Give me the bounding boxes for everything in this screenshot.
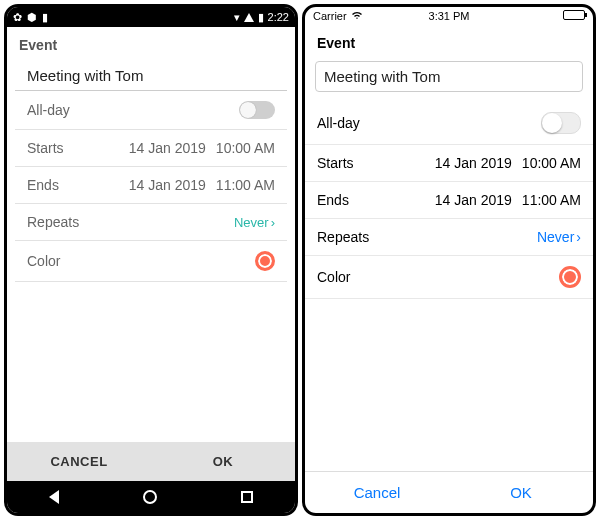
allday-label: All-day xyxy=(317,115,360,131)
gear-icon: ✿ xyxy=(13,11,22,24)
ends-time: 11:00 AM xyxy=(522,192,581,208)
event-title-input[interactable]: Meeting with Tom xyxy=(15,59,287,91)
home-icon[interactable] xyxy=(143,490,157,504)
battery-icon: ▮ xyxy=(258,11,264,24)
ends-time: 11:00 AM xyxy=(216,177,275,193)
status-time: 2:22 xyxy=(268,11,289,23)
ends-date: 14 Jan 2019 xyxy=(129,177,206,193)
android-phone: ✿ ⬢ ▮ ▾ ▮ 2:22 Event Meeting with Tom Al… xyxy=(4,4,298,516)
ends-row[interactable]: Ends 14 Jan 2019 11:00 AM xyxy=(15,167,287,204)
starts-row[interactable]: Starts 14 Jan 2019 10:00 AM xyxy=(305,145,593,182)
shield-icon: ⬢ xyxy=(27,11,37,24)
repeats-value-text: Never xyxy=(234,215,269,230)
status-right xyxy=(563,10,585,22)
allday-switch[interactable] xyxy=(239,101,275,119)
color-label: Color xyxy=(27,253,60,269)
back-icon[interactable] xyxy=(49,490,59,504)
status-right-icons: ▾ ▮ 2:22 xyxy=(234,11,289,24)
repeats-value-text: Never xyxy=(537,229,574,245)
starts-label: Starts xyxy=(27,140,64,156)
sim-icon: ▮ xyxy=(42,11,48,24)
color-swatch[interactable] xyxy=(559,266,581,288)
allday-row[interactable]: All-day xyxy=(305,102,593,145)
repeats-label: Repeats xyxy=(27,214,79,230)
ends-row[interactable]: Ends 14 Jan 2019 11:00 AM xyxy=(305,182,593,219)
starts-row[interactable]: Starts 14 Jan 2019 10:00 AM xyxy=(15,130,287,167)
cancel-button[interactable]: Cancel xyxy=(305,472,449,513)
signal-icon xyxy=(244,13,254,22)
chevron-right-icon: › xyxy=(271,215,275,230)
repeats-row[interactable]: Repeats Never › xyxy=(305,219,593,256)
ok-button[interactable]: OK xyxy=(151,442,295,481)
event-title-input[interactable]: Meeting with Tom xyxy=(315,61,583,92)
allday-label: All-day xyxy=(27,102,70,118)
carrier-label: Carrier xyxy=(313,10,347,22)
ends-label: Ends xyxy=(317,192,349,208)
ios-action-bar: Cancel OK xyxy=(305,471,593,513)
android-nav-bar xyxy=(7,481,295,513)
repeats-label: Repeats xyxy=(317,229,369,245)
android-content: Event Meeting with Tom All-day Starts 14… xyxy=(7,27,295,513)
color-row[interactable]: Color xyxy=(305,256,593,299)
wifi-icon xyxy=(351,10,363,22)
page-title: Event xyxy=(7,27,295,59)
ios-content: Event Meeting with Tom All-day Starts 14… xyxy=(305,25,593,513)
color-label: Color xyxy=(317,269,350,285)
recents-icon[interactable] xyxy=(241,491,253,503)
repeats-value: Never › xyxy=(234,215,275,230)
ios-phone: Carrier 3:31 PM Event Meeting with Tom A… xyxy=(302,4,596,516)
ios-status-bar: Carrier 3:31 PM xyxy=(305,7,593,25)
starts-label: Starts xyxy=(317,155,354,171)
repeats-value: Never › xyxy=(537,229,581,245)
android-status-bar: ✿ ⬢ ▮ ▾ ▮ 2:22 xyxy=(7,7,295,27)
starts-date: 14 Jan 2019 xyxy=(435,155,512,171)
starts-time: 10:00 AM xyxy=(216,140,275,156)
color-swatch[interactable] xyxy=(255,251,275,271)
status-left-icons: ✿ ⬢ ▮ xyxy=(13,11,48,24)
battery-icon xyxy=(563,10,585,20)
chevron-right-icon: › xyxy=(576,229,581,245)
cancel-button[interactable]: CANCEL xyxy=(7,442,151,481)
ok-button[interactable]: OK xyxy=(449,472,593,513)
color-row[interactable]: Color xyxy=(15,241,287,282)
ends-date: 14 Jan 2019 xyxy=(435,192,512,208)
repeats-row[interactable]: Repeats Never › xyxy=(15,204,287,241)
android-action-bar: CANCEL OK xyxy=(7,442,295,481)
allday-switch[interactable] xyxy=(541,112,581,134)
status-left: Carrier xyxy=(313,10,363,22)
wifi-icon: ▾ xyxy=(234,11,240,24)
page-title: Event xyxy=(305,25,593,57)
starts-date: 14 Jan 2019 xyxy=(129,140,206,156)
starts-time: 10:00 AM xyxy=(522,155,581,171)
ends-label: Ends xyxy=(27,177,59,193)
allday-row[interactable]: All-day xyxy=(15,91,287,130)
